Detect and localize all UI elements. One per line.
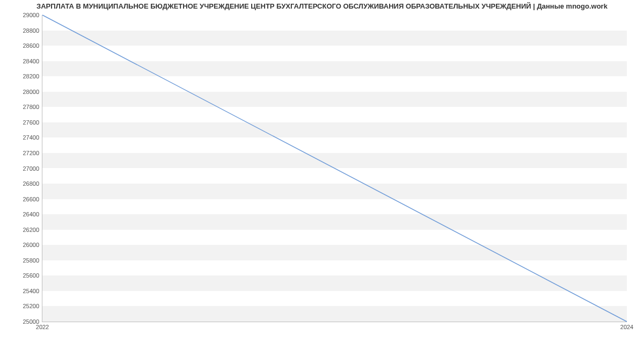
y-tick-label: 28200 bbox=[23, 73, 39, 79]
y-tick-label: 25600 bbox=[23, 272, 39, 279]
y-tick-label: 29000 bbox=[23, 12, 39, 18]
y-tick-label: 28400 bbox=[23, 58, 39, 64]
series-line bbox=[42, 15, 627, 322]
y-tick-label: 27200 bbox=[23, 150, 39, 156]
line-chart: ЗАРПЛАТА В МУНИЦИПАЛЬНОЕ БЮДЖЕТНОЕ УЧРЕЖ… bbox=[0, 0, 644, 349]
y-tick-label: 28600 bbox=[23, 42, 39, 49]
y-tick-label: 27000 bbox=[23, 165, 39, 172]
y-tick-label: 25200 bbox=[23, 303, 39, 309]
plot-area: 2500025200254002560025800260002620026400… bbox=[42, 15, 627, 322]
y-tick-label: 26000 bbox=[23, 242, 39, 248]
line-layer bbox=[42, 15, 627, 322]
y-tick-label: 25400 bbox=[23, 288, 39, 294]
y-tick-label: 26600 bbox=[23, 196, 39, 202]
x-tick-label: 2022 bbox=[36, 324, 49, 330]
y-tick-label: 26200 bbox=[23, 227, 39, 233]
y-tick-label: 26800 bbox=[23, 180, 39, 187]
y-tick-label: 27800 bbox=[23, 104, 39, 110]
y-tick-label: 25800 bbox=[23, 257, 39, 264]
y-tick-label: 28800 bbox=[23, 27, 39, 34]
y-tick-label: 27600 bbox=[23, 119, 39, 126]
y-tick-label: 27400 bbox=[23, 134, 39, 141]
chart-title: ЗАРПЛАТА В МУНИЦИПАЛЬНОЕ БЮДЖЕТНОЕ УЧРЕЖ… bbox=[0, 2, 644, 10]
x-tick-label: 2024 bbox=[620, 324, 633, 330]
y-tick-label: 26400 bbox=[23, 211, 39, 217]
y-tick-label: 28000 bbox=[23, 89, 39, 95]
